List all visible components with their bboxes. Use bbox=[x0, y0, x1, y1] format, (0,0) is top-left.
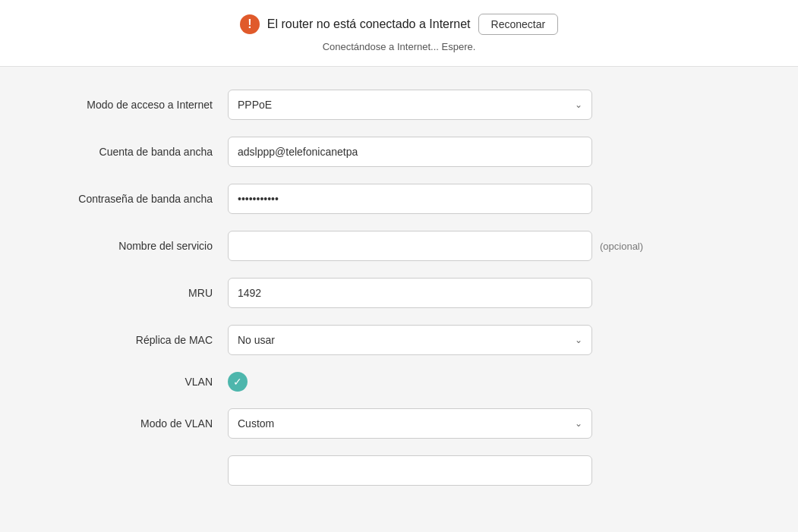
vlan-mode-value: Custom bbox=[238, 417, 274, 430]
vlan-control: ✓ bbox=[228, 372, 752, 392]
broadband-account-control bbox=[228, 137, 752, 167]
mru-control bbox=[228, 278, 752, 308]
vlan-checkbox-wrapper: ✓ bbox=[228, 372, 592, 392]
mru-input[interactable] bbox=[228, 278, 592, 308]
mac-replica-select[interactable]: No usar ⌄ bbox=[228, 325, 592, 355]
reconnect-button[interactable]: Reconectar bbox=[478, 14, 559, 35]
service-name-optional: (opcional) bbox=[600, 241, 643, 252]
service-name-label: Nombre del servicio bbox=[46, 240, 228, 252]
internet-mode-label: Modo de acceso a Internet bbox=[46, 99, 228, 111]
banner-title: El router no está conectado a Internet bbox=[267, 17, 471, 31]
vlan-checkmark-icon: ✓ bbox=[233, 376, 242, 388]
broadband-password-input[interactable] bbox=[228, 184, 592, 214]
broadband-password-control bbox=[228, 184, 752, 214]
vlan-mode-chevron-icon: ⌄ bbox=[575, 418, 582, 429]
mac-replica-chevron-icon: ⌄ bbox=[575, 335, 582, 345]
top-banner: ! El router no está conectado a Internet… bbox=[0, 0, 798, 67]
vlan-mode-label: Modo de VLAN bbox=[46, 417, 228, 430]
broadband-account-row: Cuenta de banda ancha bbox=[46, 137, 752, 167]
vlan-mode-control: Custom ⌄ bbox=[228, 408, 752, 439]
vlan-checkbox[interactable]: ✓ bbox=[228, 372, 248, 392]
broadband-account-input[interactable] bbox=[228, 137, 592, 167]
form-section: Modo de acceso a Internet PPPoE ⌄ Cuenta… bbox=[46, 90, 752, 486]
vlan-mode-row: Modo de VLAN Custom ⌄ bbox=[46, 408, 752, 439]
service-name-row: Nombre del servicio (opcional) bbox=[46, 231, 752, 261]
mac-replica-control: No usar ⌄ bbox=[228, 325, 752, 355]
internet-mode-row: Modo de acceso a Internet PPPoE ⌄ bbox=[46, 90, 752, 120]
mac-replica-row: Réplica de MAC No usar ⌄ bbox=[46, 325, 752, 355]
vlan-mode-select[interactable]: Custom ⌄ bbox=[228, 408, 592, 439]
banner-subtitle: Conectándose a Internet... Espere. bbox=[323, 41, 476, 52]
broadband-password-row: Contraseña de banda ancha bbox=[46, 184, 752, 214]
vlan-row: VLAN ✓ bbox=[46, 372, 752, 392]
broadband-account-label: Cuenta de banda ancha bbox=[46, 146, 228, 158]
internet-mode-chevron-icon: ⌄ bbox=[575, 99, 582, 110]
broadband-password-label: Contraseña de banda ancha bbox=[46, 193, 228, 205]
service-name-control: (opcional) bbox=[228, 231, 752, 261]
vlan-label: VLAN bbox=[46, 376, 228, 388]
mac-replica-label: Réplica de MAC bbox=[46, 334, 228, 346]
mru-label: MRU bbox=[46, 287, 228, 299]
internet-mode-select[interactable]: PPPoE ⌄ bbox=[228, 90, 592, 120]
mac-replica-value: No usar bbox=[238, 334, 275, 346]
internet-mode-value: PPPoE bbox=[238, 99, 272, 111]
error-icon: ! bbox=[240, 14, 260, 34]
internet-mode-control: PPPoE ⌄ bbox=[228, 90, 752, 120]
bottom-partial-row bbox=[46, 455, 752, 486]
banner-title-row: ! El router no está conectado a Internet… bbox=[240, 14, 558, 35]
bottom-partial-control bbox=[228, 455, 752, 486]
mru-row: MRU bbox=[46, 278, 752, 308]
service-name-input[interactable] bbox=[228, 231, 592, 261]
main-content: Modo de acceso a Internet PPPoE ⌄ Cuenta… bbox=[0, 67, 798, 532]
bottom-partial-input[interactable] bbox=[228, 455, 592, 486]
